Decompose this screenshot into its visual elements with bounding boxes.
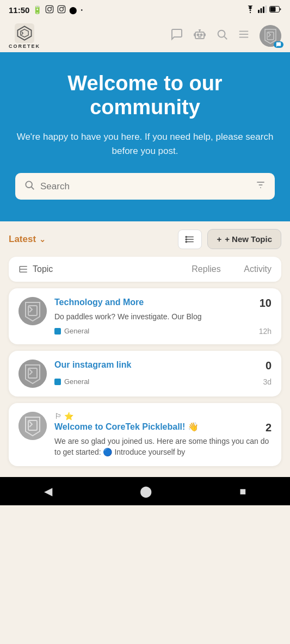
- svg-point-4: [60, 7, 64, 11]
- search-bar-icon: [24, 179, 35, 193]
- navbar: CORETEK: [0, 20, 290, 52]
- svg-rect-17: [194, 34, 195, 36]
- search-nav-icon[interactable]: [216, 28, 228, 44]
- topic-badges: 🏳 ⭐: [54, 412, 272, 420]
- svg-rect-12: [270, 7, 276, 12]
- bottom-nav: ◀ ⬤ ■: [0, 477, 290, 505]
- latest-dropdown-icon[interactable]: ⌄: [39, 235, 46, 244]
- svg-line-20: [224, 36, 227, 39]
- svg-point-6: [250, 11, 251, 13]
- circle-status-icon: ⬤: [69, 6, 77, 14]
- search-input[interactable]: [40, 181, 250, 192]
- star-icon: ⭐: [64, 412, 73, 420]
- svg-point-15: [198, 34, 199, 36]
- topic-excerpt: We are so glad you joined us. Here are s…: [54, 436, 272, 457]
- search-bar[interactable]: [15, 173, 275, 200]
- hero-subtitle: We're happy to have you here. If you nee…: [15, 130, 275, 158]
- category-dot: [54, 328, 61, 335]
- svg-line-27: [32, 187, 34, 190]
- svg-point-19: [218, 30, 225, 38]
- svg-rect-3: [58, 5, 65, 13]
- svg-point-1: [48, 7, 52, 11]
- status-bar: 11:50 🔋 ⬤ •: [0, 0, 290, 20]
- topic-category: General: [54, 377, 89, 386]
- instagram-icon-1: [45, 5, 54, 15]
- svg-rect-14: [195, 32, 204, 39]
- svg-point-34: [186, 236, 187, 237]
- reply-count: 10: [260, 297, 272, 309]
- avatar-message-badge: [274, 41, 283, 48]
- reply-count: 0: [266, 360, 272, 372]
- svg-rect-9: [263, 7, 264, 13]
- battery-icon: 🔋: [33, 5, 42, 14]
- signal-icon: [258, 5, 267, 15]
- wifi-icon: [245, 5, 255, 15]
- svg-rect-18: [204, 34, 205, 36]
- robot-icon[interactable]: [193, 28, 206, 44]
- status-time: 11:50: [9, 5, 29, 15]
- topic-card[interactable]: Our instagram link 0 General 3d: [9, 351, 281, 397]
- list-view-button[interactable]: [178, 230, 202, 249]
- svg-point-35: [186, 239, 187, 240]
- logo[interactable]: CORETEK: [9, 23, 40, 49]
- topic-card[interactable]: Technology and More 10 Do paddles work? …: [9, 288, 281, 344]
- avatar: [18, 412, 47, 440]
- topic-time: 3d: [263, 377, 272, 386]
- topic-time: 12h: [259, 327, 272, 336]
- topic-title[interactable]: Welcome to CoreTek Pickleball! 👋: [54, 422, 260, 433]
- hero-title: Welcome to our community: [15, 72, 275, 119]
- topic-title[interactable]: Technology and More: [54, 297, 254, 308]
- svg-rect-0: [46, 5, 53, 13]
- user-avatar[interactable]: [260, 25, 281, 47]
- topic-column-header: Topic: [33, 264, 53, 274]
- latest-label: Latest ⌄: [9, 234, 46, 245]
- recents-button[interactable]: ■: [239, 485, 246, 498]
- battery-status-icon: [269, 5, 281, 14]
- plus-icon: +: [217, 234, 221, 244]
- avatar: [18, 360, 47, 388]
- instagram-icon-2: [57, 5, 66, 15]
- new-topic-button[interactable]: + + New Topic: [207, 229, 281, 249]
- activity-column-header: Activity: [228, 264, 272, 274]
- latest-bar: Latest ⌄ + + New Topic: [9, 221, 281, 257]
- category-dot: [54, 379, 61, 385]
- home-button[interactable]: ⬤: [140, 485, 152, 498]
- svg-rect-7: [258, 10, 260, 13]
- reply-count: 2: [266, 422, 272, 434]
- dot-icon: •: [81, 7, 83, 13]
- topic-category: General: [54, 327, 89, 335]
- replies-column-header: Replies: [184, 264, 228, 274]
- svg-rect-8: [261, 8, 262, 13]
- chat-icon[interactable]: [170, 28, 183, 44]
- svg-rect-10: [266, 5, 267, 13]
- menu-icon[interactable]: [238, 28, 250, 44]
- svg-point-5: [63, 7, 64, 8]
- svg-point-36: [186, 241, 187, 242]
- svg-point-2: [51, 7, 52, 8]
- svg-point-26: [26, 182, 32, 188]
- filter-icon[interactable]: [255, 179, 266, 193]
- table-header: Topic Replies Activity: [9, 257, 281, 282]
- topic-excerpt: Do paddles work? We investigate. Our Blo…: [54, 312, 272, 323]
- topic-card[interactable]: 🏳 ⭐ Welcome to CoreTek Pickleball! 👋 2 W…: [9, 403, 281, 466]
- logo-text: CORETEK: [9, 44, 40, 49]
- svg-point-16: [201, 34, 202, 36]
- avatar: [18, 297, 47, 325]
- back-button[interactable]: ◀: [44, 485, 52, 498]
- content-area: Latest ⌄ + + New Topic Topic Repl: [0, 221, 290, 466]
- topic-title[interactable]: Our instagram link: [54, 360, 260, 371]
- pin-icon: 🏳: [54, 412, 62, 420]
